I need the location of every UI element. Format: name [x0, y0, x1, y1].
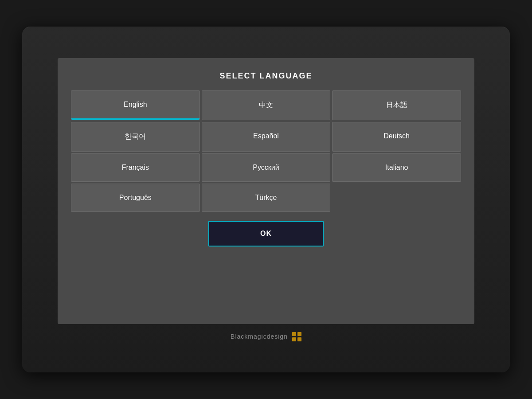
- lang-chinese[interactable]: 中文: [202, 90, 331, 120]
- lang-japanese[interactable]: 日本語: [332, 90, 461, 120]
- brand-name: Blackmagicdesign: [231, 333, 288, 340]
- brand-logo-dot-1: [292, 332, 296, 336]
- device-frame: SELECT LANGUAGE English 中文 日本語 한국어 Españ…: [22, 27, 510, 372]
- lang-english[interactable]: English: [71, 90, 200, 120]
- screen: SELECT LANGUAGE English 中文 日本語 한국어 Españ…: [58, 58, 474, 324]
- ok-button[interactable]: OK: [208, 221, 324, 246]
- ok-btn-container: OK: [71, 221, 461, 246]
- lang-spanish[interactable]: Español: [202, 122, 331, 152]
- lang-russian[interactable]: Русский: [202, 153, 331, 182]
- lang-portuguese[interactable]: Português: [71, 184, 200, 212]
- lang-korean[interactable]: 한국어: [71, 122, 200, 152]
- lang-french[interactable]: Français: [71, 153, 200, 182]
- brand-logo: [292, 332, 301, 341]
- language-grid: English 中文 日本語 한국어 Español Deutsch Franç…: [71, 90, 461, 212]
- brand-logo-dot-4: [297, 337, 301, 341]
- lang-italian[interactable]: Italiano: [332, 153, 461, 182]
- lang-empty: [332, 184, 461, 212]
- screen-title: SELECT LANGUAGE: [219, 71, 312, 81]
- brand-logo-dot-2: [297, 332, 301, 336]
- lang-german[interactable]: Deutsch: [332, 122, 461, 152]
- lang-turkish[interactable]: Türkçe: [202, 184, 331, 212]
- brand-area: Blackmagicdesign: [231, 332, 301, 341]
- brand-logo-dot-3: [292, 337, 296, 341]
